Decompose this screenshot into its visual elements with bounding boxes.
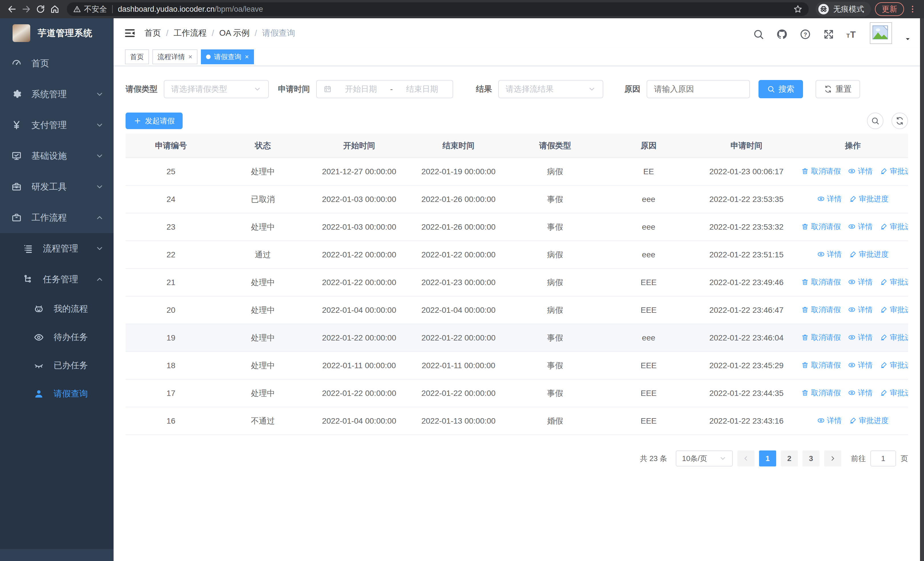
collapse-sidebar-icon[interactable] — [124, 27, 136, 39]
detail-action-link[interactable]: 详情 — [848, 360, 873, 370]
cancel-action-link[interactable]: 取消请假 — [801, 388, 841, 398]
sidebar-item-待办任务[interactable]: 待办任务 — [0, 323, 114, 351]
reload-icon[interactable] — [35, 4, 46, 14]
bookmark-star-icon[interactable] — [793, 5, 802, 14]
sidebar-item-我的流程[interactable]: 我的流程 — [0, 295, 114, 323]
cancel-action-link[interactable]: 取消请假 — [801, 222, 841, 232]
detail-action-link[interactable]: 详情 — [848, 305, 873, 315]
security-chip[interactable]: 不安全 — [73, 4, 107, 14]
logo-avatar — [12, 24, 30, 42]
cancel-action-link[interactable]: 取消请假 — [801, 360, 841, 370]
incognito-icon — [818, 3, 829, 15]
progress-action-link[interactable]: 审批进度 — [880, 305, 908, 315]
page-content: 请假类型 请选择请假类型 申请时间 开始日期 - 结束日期 结果 请选择流结果 — [114, 66, 920, 561]
progress-action-link[interactable]: 审批进度 — [880, 166, 908, 176]
detail-action-link[interactable]: 详情 — [817, 194, 842, 204]
leave-type-cell: 事假 — [508, 213, 602, 241]
navbar: 首页/工作流程/OA 示例/请假查询 ?TT — [114, 18, 920, 48]
home-icon[interactable] — [50, 4, 60, 14]
detail-action-link[interactable]: 详情 — [848, 277, 873, 287]
progress-action-link[interactable]: 审批进度 — [880, 222, 908, 232]
sidebar-item-系统管理[interactable]: 系统管理 — [0, 79, 114, 110]
sidebar-item-已办任务[interactable]: 已办任务 — [0, 351, 114, 380]
sidebar-footer — [0, 549, 114, 561]
apply-time-range-picker[interactable]: 开始日期 - 结束日期 — [316, 80, 453, 98]
sidebar-item-流程管理[interactable]: 流程管理 — [0, 233, 114, 264]
cancel-action-link[interactable]: 取消请假 — [801, 332, 841, 343]
progress-action-link[interactable]: 审批进度 — [849, 194, 889, 204]
reset-button[interactable]: 重置 — [816, 80, 860, 98]
detail-action-link[interactable]: 详情 — [848, 388, 873, 398]
detail-action-link[interactable]: 详情 — [817, 250, 842, 259]
refresh-table-button[interactable] — [891, 113, 908, 129]
detail-action-link[interactable]: 详情 — [848, 166, 873, 176]
detail-action-link[interactable]: 详情 — [817, 416, 842, 426]
search-button[interactable]: 搜索 — [759, 80, 803, 98]
avatar-caret-icon[interactable] — [904, 35, 912, 43]
create-leave-button[interactable]: 发起请假 — [126, 113, 183, 129]
back-icon[interactable] — [7, 4, 17, 14]
sidebar-item-请假查询[interactable]: 请假查询 — [0, 380, 114, 408]
breadcrumb-item[interactable]: 工作流程 — [174, 27, 207, 39]
cancel-action-link[interactable]: 取消请假 — [801, 305, 841, 315]
apply-time-label: 申请时间 — [278, 84, 310, 95]
breadcrumb-item[interactable]: OA 示例 — [219, 27, 249, 39]
github-icon[interactable] — [776, 29, 788, 40]
sidebar-item-支付管理[interactable]: 支付管理 — [0, 110, 114, 141]
detail-action-link[interactable]: 详情 — [848, 222, 873, 232]
search-icon[interactable] — [753, 29, 764, 40]
sidebar-item-首页[interactable]: 首页 — [0, 48, 114, 79]
view-icon — [848, 223, 855, 230]
table-body: 25处理中2021-12-27 00:00:002022-01-19 00:00… — [126, 158, 908, 435]
leave-type-cell: 病假 — [508, 158, 602, 185]
reason-input[interactable] — [654, 84, 742, 94]
reason-cell: EEE — [602, 296, 695, 324]
cancel-action-link[interactable]: 取消请假 — [801, 166, 841, 176]
result-select[interactable]: 请选择流结果 — [498, 80, 603, 98]
tab-请假查询[interactable]: 请假查询× — [201, 50, 254, 64]
goto-page-input[interactable] — [870, 450, 896, 466]
page-button-3[interactable]: 3 — [802, 450, 819, 466]
avatar[interactable] — [870, 22, 892, 44]
tab-首页[interactable]: 首页 — [125, 50, 149, 64]
sidebar-item-基础设施[interactable]: 基础设施 — [0, 141, 114, 171]
close-tab-icon[interactable]: × — [188, 53, 192, 60]
progress-action-link[interactable]: 审批进度 — [880, 360, 908, 370]
progress-action-link[interactable]: 审批进度 — [880, 388, 908, 398]
progress-action-link[interactable]: 审批进度 — [880, 332, 908, 343]
progress-action-link[interactable]: 审批进度 — [849, 416, 889, 426]
close-tab-icon[interactable]: × — [245, 53, 249, 60]
next-page-button[interactable] — [824, 450, 841, 466]
page-button-2[interactable]: 2 — [781, 450, 798, 466]
leave-type-select[interactable]: 请选择请假类型 — [164, 80, 269, 98]
page-size-select[interactable]: 10条/页 — [676, 450, 733, 466]
breadcrumb-item[interactable]: 首页 — [144, 27, 161, 39]
fullscreen-icon[interactable] — [823, 29, 834, 40]
start-date-placeholder: 开始日期 — [337, 84, 384, 95]
toggle-search-button[interactable] — [867, 113, 884, 129]
progress-action-link[interactable]: 审批进度 — [880, 277, 908, 287]
progress-action-link[interactable]: 审批进度 — [849, 250, 889, 259]
page-button-1[interactable]: 1 — [759, 450, 776, 466]
chrome-update-button[interactable]: 更新 — [875, 2, 904, 16]
detail-action-label: 详情 — [858, 166, 873, 176]
fontsize-icon[interactable]: TT — [846, 29, 858, 40]
chrome-menu-icon[interactable] — [908, 5, 917, 14]
detail-action-label: 详情 — [827, 194, 842, 204]
page-scrollbar[interactable] — [920, 18, 924, 561]
sidebar-item-研发工具[interactable]: 研发工具 — [0, 171, 114, 202]
detail-action-link[interactable]: 详情 — [848, 332, 873, 343]
tab-流程详情[interactable]: 流程详情× — [152, 50, 198, 64]
chevron-left-icon — [742, 455, 750, 462]
sidebar-item-工作流程[interactable]: 工作流程 — [0, 202, 114, 233]
url-bar[interactable]: 不安全 dashboard.yudao.iocoder.cn/bpm/oa/le… — [67, 2, 809, 16]
column-header: 操作 — [798, 134, 908, 158]
cancel-action-label: 取消请假 — [811, 305, 841, 315]
prev-page-button[interactable] — [737, 450, 754, 466]
help-icon[interactable]: ? — [800, 29, 811, 40]
sidebar-item-任务管理[interactable]: 任务管理 — [0, 264, 114, 295]
apply-time-cell: 2022-01-22 23:49:46 — [695, 269, 798, 296]
forward-icon[interactable] — [21, 4, 32, 14]
cancel-action-link[interactable]: 取消请假 — [801, 277, 841, 287]
apply-id-cell: 19 — [126, 324, 216, 352]
